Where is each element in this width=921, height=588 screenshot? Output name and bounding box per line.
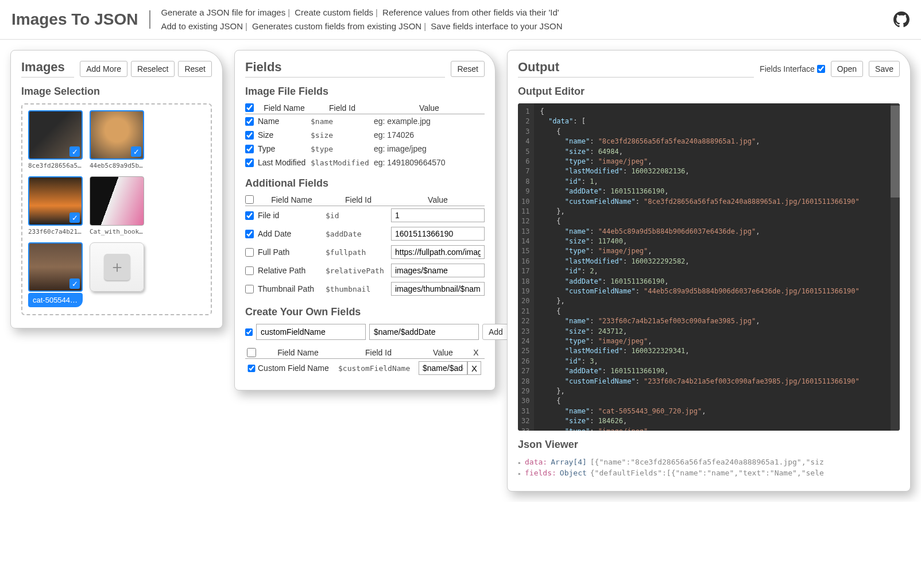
fields-interface-label: Fields Interface bbox=[760, 64, 815, 74]
field-id-label: $relativePath bbox=[326, 266, 391, 275]
add-custom-field-button[interactable]: Add bbox=[482, 324, 509, 340]
field-id-label: $size bbox=[311, 131, 374, 140]
output-editor-title: Output Editor bbox=[518, 86, 900, 98]
delete-field-button[interactable]: X bbox=[467, 361, 481, 375]
jv-preview: {"defaultFields":[{"name":"name","text":… bbox=[590, 469, 824, 477]
custom-field-row: Custom Field Name$customFieldNameX bbox=[245, 359, 485, 377]
col-value: Value bbox=[391, 195, 485, 204]
thumb-label: 44eb5c89a9d5b88… bbox=[90, 162, 144, 169]
field-checkbox[interactable] bbox=[245, 158, 254, 167]
scrollbar[interactable] bbox=[891, 103, 900, 431]
check-icon: ✓ bbox=[131, 146, 141, 157]
github-icon[interactable] bbox=[893, 11, 910, 28]
reset-images-button[interactable]: Reset bbox=[178, 61, 212, 77]
feature-list: Generate a JSON file for images| Create … bbox=[161, 6, 893, 33]
jv-key: data: bbox=[525, 458, 547, 466]
field-checkbox[interactable] bbox=[245, 266, 254, 275]
col-field-name: Field Name bbox=[258, 195, 326, 204]
header: Images To JSON Generate a JSON file for … bbox=[0, 0, 921, 40]
json-viewer-row[interactable]: ▸ fields: Object {"defaultFields":[{"nam… bbox=[518, 467, 900, 478]
field-value-input[interactable] bbox=[391, 227, 485, 241]
thumb-label: Cat_with_book_350… bbox=[90, 228, 144, 235]
field-checkbox[interactable] bbox=[245, 248, 254, 257]
scroll-thumb[interactable] bbox=[891, 106, 900, 198]
thumb-item[interactable]: ✓ 233f60c7a4b21a5e… bbox=[28, 176, 83, 235]
field-row: Thumbnail Path$thumbnail bbox=[245, 280, 485, 298]
feature: Generate a JSON file for images bbox=[161, 7, 285, 17]
reset-fields-button[interactable]: Reset bbox=[451, 61, 485, 77]
field-row: Name$nameeg: example.jpg bbox=[245, 114, 485, 128]
thumb-item[interactable]: ✓ 8ce3fd28656a56fa… bbox=[28, 110, 83, 169]
col-field-name: Field Name bbox=[258, 348, 338, 357]
field-id-label: $thumbnail bbox=[326, 285, 391, 293]
thumb-item[interactable]: ✓ 44eb5c89a9d5b88… bbox=[90, 110, 144, 169]
field-value-input[interactable] bbox=[419, 361, 467, 375]
field-value-input[interactable] bbox=[391, 245, 485, 259]
add-image-box[interactable]: ＋ bbox=[90, 242, 144, 308]
field-name-label: Custom Field Name bbox=[258, 363, 338, 373]
open-button[interactable]: Open bbox=[831, 61, 863, 77]
field-id-label: $lastModified bbox=[311, 158, 374, 167]
col-field-id: Field Id bbox=[311, 103, 374, 113]
json-viewer-row[interactable]: ▸ data: Array[4] [{"name":"8ce3fd28656a5… bbox=[518, 457, 900, 467]
check-icon: ✓ bbox=[69, 278, 80, 289]
code-editor[interactable]: 1234567891011121314151617181920212223242… bbox=[518, 103, 900, 431]
col-value: Value bbox=[419, 348, 467, 357]
field-value-input[interactable] bbox=[391, 264, 485, 277]
field-value-input[interactable] bbox=[391, 282, 485, 296]
field-value-label: eg: image/jpeg bbox=[374, 144, 485, 153]
col-field-id: Field Id bbox=[326, 195, 391, 204]
editor-gutter: 1234567891011121314151617181920212223242… bbox=[518, 103, 534, 431]
field-id-label: $type bbox=[311, 145, 374, 153]
plus-icon: ＋ bbox=[104, 254, 130, 280]
feature: Generates custom fields from existing JS… bbox=[252, 21, 421, 31]
app-title: Images To JSON bbox=[11, 10, 150, 29]
field-id-label: $fullpath bbox=[326, 248, 391, 257]
fields-interface-toggle[interactable]: Fields Interface bbox=[760, 64, 825, 74]
create-own-title: Create Your Own Fields bbox=[245, 306, 485, 318]
field-name-label: Thumbnail Path bbox=[258, 284, 326, 293]
thumb-item[interactable]: ✓ cat-5055443_960_720.jpg bbox=[28, 242, 83, 308]
images-title: Images bbox=[21, 60, 74, 78]
field-checkbox[interactable] bbox=[245, 145, 254, 153]
custom-field-checkbox[interactable] bbox=[245, 328, 253, 336]
select-all-checkbox[interactable] bbox=[245, 103, 254, 112]
jv-type: Object bbox=[560, 469, 587, 477]
field-name-label: Add Date bbox=[258, 229, 326, 238]
output-title: Output bbox=[518, 60, 754, 78]
custom-field-value-input[interactable] bbox=[369, 324, 479, 340]
add-more-button[interactable]: Add More bbox=[80, 61, 127, 77]
output-panel: Output Fields Interface Open Save Output… bbox=[507, 50, 911, 492]
feature: Save fields interface to your JSON bbox=[431, 21, 562, 31]
field-id-label: $id bbox=[326, 211, 391, 220]
images-panel: Images Add More Reselect Reset Image Sel… bbox=[10, 50, 223, 328]
custom-field-name-input[interactable] bbox=[256, 324, 366, 340]
reselect-button[interactable]: Reselect bbox=[131, 61, 175, 77]
save-button[interactable]: Save bbox=[869, 61, 900, 77]
field-checkbox[interactable] bbox=[245, 131, 254, 140]
image-file-fields-title: Image File Fields bbox=[245, 86, 485, 98]
field-row: Add Date$addDate bbox=[245, 225, 485, 243]
field-id-label: $name bbox=[311, 117, 374, 126]
thumb-item[interactable]: Cat_with_book_350… bbox=[90, 176, 144, 235]
field-name-label: File id bbox=[258, 211, 326, 220]
field-checkbox[interactable] bbox=[245, 230, 254, 238]
field-checkbox[interactable] bbox=[245, 365, 258, 372]
check-icon: ✓ bbox=[69, 146, 80, 157]
field-checkbox[interactable] bbox=[245, 285, 254, 293]
additional-fields-title: Additional Fields bbox=[245, 177, 485, 189]
field-value-label: eg: 174026 bbox=[374, 130, 485, 140]
select-all-add-checkbox[interactable] bbox=[245, 195, 254, 204]
field-value-input[interactable] bbox=[391, 208, 485, 222]
field-row: Last Modified$lastModifiedeg: 1491809664… bbox=[245, 156, 485, 169]
select-all-custom-checkbox[interactable] bbox=[245, 348, 258, 357]
field-checkbox[interactable] bbox=[245, 211, 254, 220]
editor-code[interactable]: { "data": [ { "name": "8ce3fd28656a56fa5… bbox=[534, 103, 891, 431]
field-row: Full Path$fullpath bbox=[245, 243, 485, 261]
fields-interface-checkbox[interactable] bbox=[817, 65, 825, 73]
thumb-tooltip: cat-5055443_960_720.jpg bbox=[28, 293, 83, 307]
field-name-label: Last Modified bbox=[258, 158, 311, 167]
field-checkbox[interactable] bbox=[245, 117, 254, 126]
caret-icon: ▸ bbox=[518, 470, 521, 477]
col-field-id: Field Id bbox=[338, 348, 419, 357]
